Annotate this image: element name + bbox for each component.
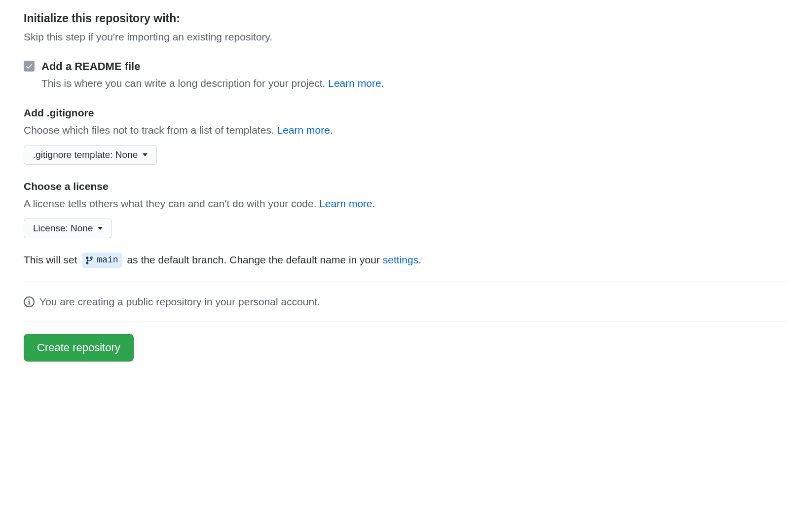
readme-title: Add a README file [41, 58, 788, 74]
settings-link[interactable]: settings [383, 254, 418, 265]
license-learn-more-link[interactable]: Learn more. [319, 198, 375, 209]
license-description: A license tells others what they can and… [24, 196, 788, 212]
gitignore-template-dropdown[interactable]: .gitignore template: None [24, 145, 157, 165]
readme-checkbox[interactable] [24, 61, 35, 72]
initialize-subtext: Skip this step if you're importing an ex… [24, 29, 788, 45]
check-icon [25, 62, 33, 70]
initialize-section: Initialize this repository with: Skip th… [24, 10, 788, 362]
license-dropdown-label: License: None [33, 223, 93, 234]
default-branch-notice: This will set main as the default branch… [24, 252, 788, 268]
branch-period: . [418, 254, 421, 265]
gitignore-title: Add .gitignore [24, 105, 788, 121]
caret-down-icon [98, 227, 103, 230]
gitignore-section: Add .gitignore Choose which files not to… [24, 105, 788, 165]
readme-learn-more-link[interactable]: Learn more. [328, 77, 384, 89]
gitignore-learn-more-link[interactable]: Learn more. [277, 124, 333, 136]
info-icon [24, 296, 35, 307]
license-desc-text: A license tells others what they can and… [24, 198, 319, 209]
gitignore-dropdown-label: .gitignore template: None [33, 149, 138, 160]
license-title: Choose a license [24, 179, 788, 194]
license-dropdown[interactable]: License: None [24, 219, 112, 238]
readme-desc-text: This is where you can write a long descr… [41, 77, 328, 89]
branch-badge: main [82, 253, 122, 268]
divider [24, 322, 788, 322]
info-notice-row: You are creating a public repository in … [24, 282, 788, 322]
branch-suffix-text: as the default branch. Change the defaul… [124, 254, 383, 265]
readme-option-row: Add a README file This is where you can … [24, 58, 788, 91]
branch-name: main [97, 254, 118, 267]
info-notice-text: You are creating a public repository in … [39, 294, 320, 310]
license-section: Choose a license A license tells others … [24, 179, 788, 238]
create-repository-button[interactable]: Create repository [24, 334, 134, 362]
git-branch-icon [85, 256, 94, 265]
initialize-heading: Initialize this repository with: [24, 10, 788, 27]
gitignore-desc-text: Choose which files not to track from a l… [24, 124, 277, 136]
caret-down-icon [143, 153, 148, 156]
branch-prefix-text: This will set [24, 254, 80, 265]
readme-description: This is where you can write a long descr… [41, 75, 788, 91]
gitignore-description: Choose which files not to track from a l… [24, 122, 788, 138]
